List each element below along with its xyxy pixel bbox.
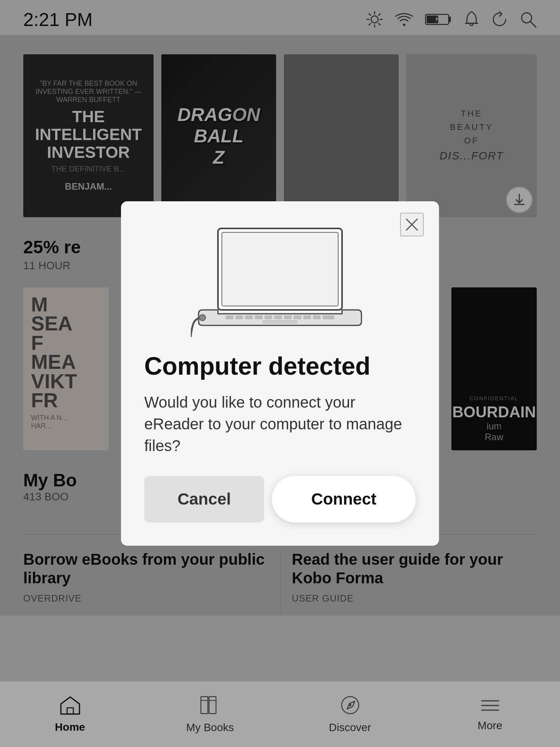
modal-buttons: Cancel Connect <box>144 476 416 522</box>
svg-rect-43 <box>263 320 297 323</box>
svg-rect-33 <box>235 315 243 319</box>
computer-detected-modal: Computer detected Would you like to conn… <box>121 201 439 546</box>
svg-rect-34 <box>245 315 253 319</box>
svg-rect-38 <box>284 315 292 319</box>
svg-rect-42 <box>323 315 334 319</box>
svg-rect-40 <box>303 315 311 319</box>
connect-button[interactable]: Connect <box>272 476 416 522</box>
modal-body: Would you like to connect your eReader t… <box>144 391 416 456</box>
cancel-button[interactable]: Cancel <box>144 476 264 522</box>
svg-rect-32 <box>226 315 233 319</box>
modal-close-button[interactable] <box>400 213 423 236</box>
svg-rect-35 <box>255 315 263 319</box>
svg-point-44 <box>199 315 206 321</box>
modal-overlay: Computer detected Would you like to conn… <box>0 0 560 747</box>
svg-rect-31 <box>222 232 338 306</box>
modal-title: Computer detected <box>144 353 416 380</box>
svg-rect-36 <box>264 315 272 319</box>
laptop-illustration <box>191 221 369 337</box>
svg-rect-37 <box>274 315 282 319</box>
svg-rect-41 <box>313 315 321 319</box>
svg-rect-39 <box>294 315 301 319</box>
